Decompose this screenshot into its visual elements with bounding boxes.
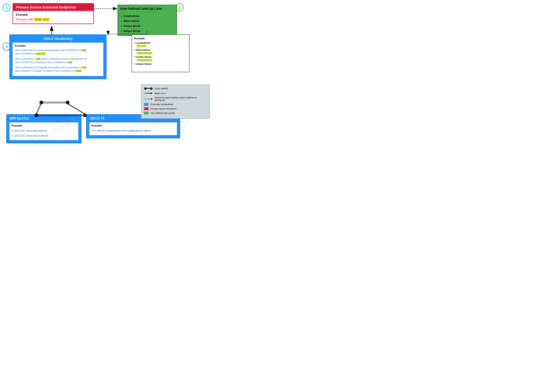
legend-primary-source: Primary source extractions bbox=[144, 107, 207, 110]
svg-line-13 bbox=[37, 104, 41, 114]
unique-words-item: • Unique Words bbox=[134, 63, 187, 65]
umls-header: UMLS Vocabulary bbox=[10, 35, 106, 42]
controlled-vocab-color bbox=[144, 103, 149, 106]
umls-body: Example: UMLS;C0000768;CUI;Congenital Ab… bbox=[12, 42, 104, 76]
user-defined-body: Localizations Observations Combo Words U… bbox=[118, 12, 176, 35]
umls-box: UMLS Vocabulary Example: UMLS;C0000768;C… bbox=[9, 35, 107, 79]
primary-source-color bbox=[144, 107, 149, 110]
svg-point-18 bbox=[39, 101, 43, 104]
umls-entry-3: UMLS;C0000768;CUI;Congenital Abnormality… bbox=[15, 66, 101, 73]
primary-source-example-label: Example: bbox=[16, 13, 91, 16]
localizations-item: • Localizations bbox=[134, 42, 187, 44]
oecd-example-label: Example: bbox=[92, 124, 175, 127]
legend-box: Cross-walked Apply x to y Search for wor… bbox=[141, 84, 210, 119]
oecd-entry-1: O74.186.66 Fetuses|Fetal Abnormalities|E… bbox=[92, 128, 175, 133]
combo-words-item: • Combo Words bbox=[134, 56, 187, 58]
svg-marker-5 bbox=[151, 92, 153, 94]
apply-arrow-icon bbox=[144, 92, 153, 95]
svg-line-14 bbox=[68, 104, 85, 114]
user-defined-color bbox=[144, 112, 149, 115]
legend-dashed-arrow: Search for word matches (exact matches o… bbox=[144, 96, 207, 101]
circle-1: 1 bbox=[2, 3, 11, 12]
bfr-body: Example: 3.1032.5211 Visceral|Eye|Small … bbox=[9, 122, 79, 140]
list-item-combo-words: Combo Words bbox=[123, 24, 174, 29]
umls-entry-1: UMLS;C0000768;CUI;Congenital Abnormality… bbox=[15, 49, 101, 56]
svg-point-3 bbox=[150, 87, 152, 90]
legend-user-defined: User-defined look-up lists bbox=[144, 112, 207, 115]
list-item-observations: Observations bbox=[123, 19, 174, 24]
svg-point-19 bbox=[66, 101, 70, 104]
user-defined-header: User-Defined Look-Up Lists: bbox=[118, 5, 176, 12]
bfr-example-label: Example: bbox=[12, 124, 76, 127]
combo-words-value: microphthalmos bbox=[137, 59, 187, 61]
diagram-container: 1 2 3 Primary Source Extracted Endpoints… bbox=[0, 0, 219, 156]
primary-source-header: Primary Source Extracted Endpoints bbox=[13, 4, 93, 11]
legend-crosswalk: Cross-walked bbox=[144, 87, 207, 90]
unique-words-value: --- bbox=[137, 66, 187, 68]
primary-source-box: Primary Source Extracted Endpoints Examp… bbox=[13, 3, 94, 24]
crosswalk-icon bbox=[144, 87, 153, 90]
legend-controlled-vocab: Controlled vocabularies bbox=[144, 103, 207, 106]
oecd-body: Example: O74.186.66 Fetuses|Fetal Abnorm… bbox=[89, 122, 177, 135]
observations-item: • Observations bbox=[134, 49, 187, 51]
list-item-localizations: Localizations bbox=[123, 14, 174, 19]
bfr-header: BfR DevTox bbox=[7, 115, 81, 122]
umls-entry-2: UMLS;C0015392;CUI;Eye| UMLS;C4086369;CUI… bbox=[15, 57, 101, 64]
observations-value: Small, agenesis bbox=[137, 52, 187, 54]
dashed-arrow-icon bbox=[144, 97, 153, 100]
legend-apply-arrow: Apply x to y bbox=[144, 92, 207, 95]
list-item-unique-words: Unique Words bbox=[123, 29, 174, 34]
user-defined-box: User-Defined Look-Up Lists: Localization… bbox=[117, 5, 177, 36]
primary-source-example: Fetuses with small eyes bbox=[16, 18, 91, 21]
user-defined-example-box: Example: • Localizations Eye, eyes • Obs… bbox=[132, 35, 190, 72]
user-defined-example-label: Example: bbox=[134, 37, 187, 40]
svg-point-0 bbox=[144, 87, 146, 90]
umls-example-label: Example: bbox=[15, 44, 101, 47]
localizations-value: Eye, eyes bbox=[137, 45, 187, 47]
primary-source-body: Example: Fetuses with small eyes bbox=[13, 11, 93, 23]
bfr-entry-2: 3.1161.5211 Visceral|Lens|Small bbox=[12, 133, 76, 138]
svg-line-15 bbox=[69, 104, 86, 114]
bfr-box: BfR DevTox Example: 3.1032.5211 Visceral… bbox=[6, 114, 81, 143]
bfr-entry-1: 3.1032.5211 Visceral|Eye|Small bbox=[12, 128, 76, 133]
svg-marker-7 bbox=[151, 98, 153, 100]
svg-line-12 bbox=[36, 104, 40, 114]
user-defined-list: Localizations Observations Combo Words U… bbox=[120, 14, 174, 34]
